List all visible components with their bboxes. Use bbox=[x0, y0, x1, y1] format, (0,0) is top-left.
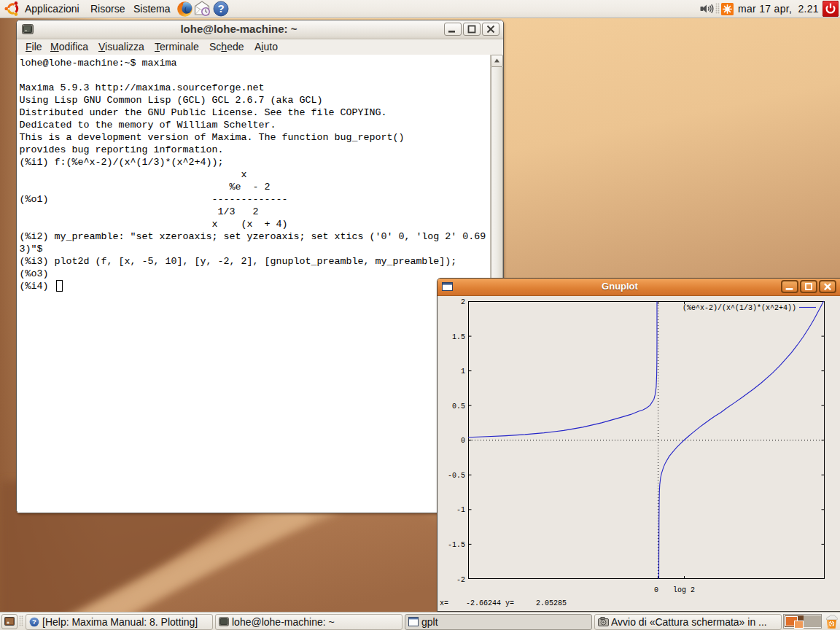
svg-text:0: 0 bbox=[461, 437, 465, 445]
svg-text:-1: -1 bbox=[456, 506, 465, 514]
svg-text:log 2: log 2 bbox=[673, 586, 695, 594]
svg-text:?: ? bbox=[32, 618, 36, 626]
svg-text:-2: -2 bbox=[456, 576, 465, 584]
svg-text:-0.5: -0.5 bbox=[448, 472, 465, 480]
svg-text:0: 0 bbox=[654, 586, 658, 594]
svg-text:0.5: 0.5 bbox=[452, 402, 465, 411]
svg-text:1: 1 bbox=[461, 368, 465, 376]
svg-text:?: ? bbox=[217, 2, 224, 15]
svg-text:(%e^x-2)/(x^(1/3)*(x^2+4)): (%e^x-2)/(x^(1/3)*(x^2+4)) bbox=[682, 304, 796, 312]
svg-text:2: 2 bbox=[461, 298, 465, 306]
svg-text:1.5: 1.5 bbox=[452, 333, 465, 341]
svg-text:-1.5: -1.5 bbox=[448, 541, 465, 549]
